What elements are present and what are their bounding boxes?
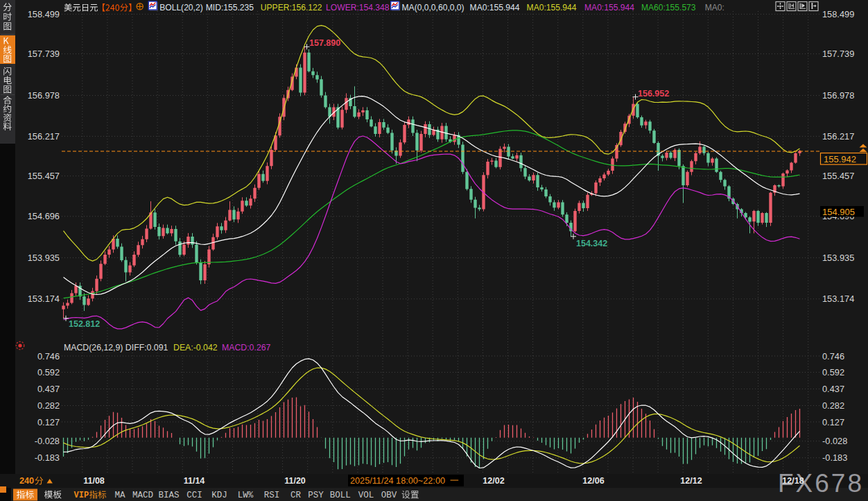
svg-text:2025/11/24 18:00~22:00: 2025/11/24 18:00~22:00 (350, 476, 445, 486)
svg-text:BOLL: BOLL (330, 491, 351, 500)
svg-text:158.499: 158.499 (822, 9, 854, 19)
svg-text:MA0:: MA0: (705, 3, 724, 12)
svg-text:11/20: 11/20 (284, 476, 306, 486)
svg-text:153.174: 153.174 (822, 294, 854, 304)
svg-text:MACD(26,12,9) DIFF:0.091: MACD(26,12,9) DIFF:0.091 (64, 343, 168, 353)
svg-text:12/12: 12/12 (680, 476, 702, 486)
svg-text:RSI: RSI (264, 491, 280, 500)
svg-text:MACD:0.267: MACD:0.267 (222, 343, 271, 353)
svg-text:156.978: 156.978 (822, 90, 854, 101)
svg-text:158.499: 158.499 (28, 9, 60, 19)
svg-text:-0.183: -0.183 (35, 452, 60, 463)
svg-text:-0.183: -0.183 (822, 452, 847, 463)
svg-text:153.174: 153.174 (28, 294, 60, 304)
svg-text:153.935: 153.935 (822, 253, 854, 263)
svg-text:0.592: 0.592 (822, 367, 844, 377)
svg-text:LOWER:154.348: LOWER:154.348 (326, 3, 390, 12)
svg-text:KDJ: KDJ (211, 491, 227, 500)
svg-text:0.746: 0.746 (822, 351, 844, 362)
svg-text:157.739: 157.739 (822, 49, 854, 59)
svg-text:155.457: 155.457 (28, 171, 60, 181)
svg-text:11/14: 11/14 (184, 476, 205, 486)
svg-text:MA: MA (114, 491, 125, 500)
svg-text:0.282: 0.282 (822, 400, 844, 411)
svg-text:156.217: 156.217 (822, 131, 854, 142)
svg-text:0.437: 0.437 (822, 384, 844, 394)
svg-text:154.342: 154.342 (576, 239, 607, 248)
svg-text:240: 240 (19, 476, 34, 486)
svg-text:0.127: 0.127 (822, 417, 844, 427)
svg-text:MACD: MACD (132, 491, 153, 500)
svg-text:CCI: CCI (186, 491, 202, 500)
svg-text:12/02: 12/02 (483, 476, 504, 486)
svg-text:UPPER:156.122: UPPER:156.122 (261, 3, 322, 12)
svg-text:BOLL(20,2): BOLL(20,2) (159, 3, 203, 12)
svg-text:MA(0,0,0,60,0,0): MA(0,0,0,60,0,0) (402, 3, 465, 12)
svg-text:155.942: 155.942 (824, 154, 856, 164)
svg-text:154.905: 154.905 (822, 207, 855, 217)
svg-text:-0.028: -0.028 (35, 436, 60, 446)
svg-text:156.217: 156.217 (28, 131, 60, 142)
svg-text:156.978: 156.978 (28, 90, 60, 101)
svg-text:12/06: 12/06 (582, 476, 604, 486)
svg-text:VOL: VOL (358, 491, 374, 500)
svg-text:DEA:-0.042: DEA:-0.042 (173, 343, 218, 353)
svg-text:BIAS: BIAS (158, 491, 179, 500)
svg-text:0.746: 0.746 (37, 351, 60, 362)
svg-text:154.696: 154.696 (28, 211, 60, 221)
svg-text:MA0:155.944: MA0:155.944 (470, 3, 520, 12)
svg-text:0.282: 0.282 (37, 400, 60, 411)
svg-text:MA60:155.573: MA60:155.573 (641, 3, 696, 12)
svg-text:MA0:155.944: MA0:155.944 (584, 3, 634, 12)
svg-text:PSY: PSY (308, 491, 324, 500)
svg-text:155.457: 155.457 (822, 171, 854, 181)
svg-text:MID:155.235: MID:155.235 (206, 3, 254, 12)
svg-text:0.127: 0.127 (37, 417, 60, 427)
svg-text:OBV: OBV (381, 491, 397, 500)
svg-text:11/08: 11/08 (83, 476, 105, 486)
svg-text:VIP: VIP (74, 491, 89, 500)
svg-text:MA0:155.944: MA0:155.944 (527, 3, 577, 12)
svg-text:0.592: 0.592 (37, 367, 60, 377)
svg-text:-0.028: -0.028 (822, 436, 847, 446)
svg-text:152.812: 152.812 (69, 319, 100, 329)
svg-text:LW%: LW% (238, 491, 254, 500)
svg-text:12/18: 12/18 (782, 476, 804, 486)
svg-text:153.935: 153.935 (28, 253, 60, 263)
svg-text:156.952: 156.952 (638, 89, 669, 99)
svg-text:157.739: 157.739 (28, 49, 60, 59)
svg-text:157.890: 157.890 (309, 38, 340, 48)
svg-text:CR: CR (290, 491, 302, 500)
svg-text:0.437: 0.437 (37, 384, 60, 394)
